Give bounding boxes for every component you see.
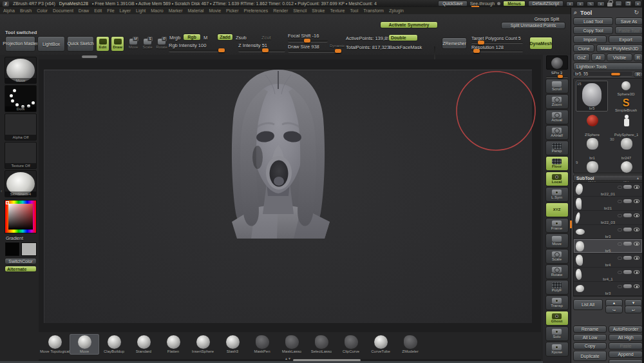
edit-mode-button[interactable]: Edit bbox=[96, 36, 109, 52]
right-shelf-button[interactable]: Transp bbox=[545, 295, 569, 310]
append-button[interactable]: Append bbox=[609, 351, 643, 358]
rgb-button[interactable]: Rgb bbox=[183, 34, 201, 41]
inventory-tool[interactable]: ZSphere bbox=[575, 113, 609, 137]
tray-brush-item[interactable]: InsertSphere bbox=[188, 334, 218, 355]
visibility-eye-icon[interactable] bbox=[634, 228, 639, 231]
render-preview-button[interactable] bbox=[546, 55, 568, 70]
subtool-section-header[interactable]: SubTool ▲ bbox=[573, 175, 643, 181]
menu-item[interactable]: Stroke bbox=[312, 8, 325, 13]
export-button[interactable]: Export bbox=[609, 35, 643, 43]
draw-mode-button[interactable]: Draw bbox=[111, 36, 124, 52]
switch-color-button[interactable]: SwitchColor bbox=[5, 258, 37, 264]
subtool-row[interactable]: br4_1 bbox=[574, 268, 642, 282]
menu-item[interactable]: Movie bbox=[209, 8, 221, 13]
right-shelf-button[interactable]: Scale bbox=[545, 249, 569, 264]
palette-reload-icon[interactable]: ↻ bbox=[634, 9, 639, 15]
menu-item[interactable]: Layer bbox=[120, 8, 131, 13]
clone-button[interactable]: Clone bbox=[573, 44, 594, 52]
secondary-color-swatch[interactable] bbox=[21, 242, 37, 256]
tray-divider-handle[interactable] bbox=[82, 55, 97, 58]
subtool-row[interactable]: br22_01 bbox=[574, 182, 642, 197]
tray-brush-item[interactable]: ClipCurve bbox=[336, 334, 366, 355]
double-sided-button[interactable]: Double bbox=[388, 34, 418, 41]
paste-tool-button[interactable]: Paste Tool bbox=[615, 26, 643, 34]
goz-r-button[interactable]: R bbox=[634, 54, 643, 61]
tray-brush-item[interactable]: CurveTube bbox=[366, 334, 395, 355]
right-shelf-button[interactable]: Move bbox=[545, 233, 569, 248]
menu-item[interactable]: Zplugin bbox=[389, 8, 404, 13]
m-button[interactable]: M bbox=[204, 35, 207, 41]
subtool-row[interactable]: br5 bbox=[574, 239, 642, 253]
right-shelf-button[interactable]: Solo bbox=[545, 326, 569, 341]
visibility-eye-icon[interactable] bbox=[634, 213, 639, 217]
target-polygons-slider[interactable] bbox=[471, 42, 523, 44]
import-button[interactable]: Import bbox=[573, 35, 607, 43]
menu-item[interactable]: Alpha bbox=[3, 8, 15, 13]
tool-r-button[interactable]: R bbox=[634, 72, 643, 77]
groups-split-button[interactable]: Groups Split bbox=[528, 16, 565, 22]
active-tool-slider[interactable]: br5. 55 bbox=[573, 72, 632, 77]
z-intensity-slider[interactable] bbox=[238, 50, 285, 52]
menu-item[interactable]: Material bbox=[187, 8, 204, 13]
menu-item[interactable]: Brush bbox=[20, 8, 32, 13]
rotate-mode-button[interactable]: R Rotate bbox=[155, 36, 168, 52]
menu-item[interactable]: Light bbox=[136, 8, 146, 13]
alternate-button[interactable]: Alternate bbox=[5, 266, 37, 272]
menu-item[interactable]: Stencil bbox=[293, 8, 307, 13]
tray-brush-item[interactable]: Move bbox=[70, 334, 99, 355]
rgb-intensity-slider[interactable] bbox=[169, 50, 225, 52]
tool-palette-header[interactable]: ⌕ Tool bbox=[574, 9, 592, 16]
menu-item[interactable]: Edit bbox=[94, 8, 102, 13]
tray-brush-item[interactable]: ZModeler bbox=[395, 334, 425, 355]
active-tool-thumbnail[interactable]: 15 br5 bbox=[576, 81, 608, 112]
subtool-move-up-icon[interactable]: ↪ bbox=[605, 306, 623, 313]
subtool-row[interactable]: br4 bbox=[574, 253, 642, 268]
right-shelf-button[interactable]: AAHalf bbox=[545, 125, 569, 140]
tray-brush-item[interactable]: MaskPen bbox=[247, 334, 277, 355]
visibility-eye-icon[interactable] bbox=[634, 242, 639, 246]
minimize-button[interactable]: — bbox=[615, 1, 622, 6]
inventory-tool[interactable]: br1 bbox=[575, 137, 609, 160]
focal-shift-slider[interactable] bbox=[288, 40, 328, 43]
close-button[interactable]: × bbox=[634, 1, 641, 6]
rename-button[interactable]: Rename bbox=[573, 326, 607, 333]
lightbox-tools-button[interactable]: Lightbox› Tools bbox=[573, 63, 643, 70]
make-polymesh3d-button[interactable]: Make PolyMesh3D bbox=[596, 44, 643, 52]
tutorial-icon[interactable]: ✎ bbox=[587, 1, 594, 6]
main-color-swatch[interactable] bbox=[5, 242, 19, 256]
gradient-label[interactable]: Gradient bbox=[6, 236, 23, 240]
right-shelf-button[interactable]: Xpose bbox=[545, 342, 569, 357]
divider-collapse-icon[interactable]: ‹ bbox=[1, 189, 2, 193]
duplicate-button[interactable]: Duplicate bbox=[573, 351, 607, 361]
tray-brush-item[interactable]: ClayBuildup bbox=[99, 334, 129, 355]
projection-master-button[interactable]: Projection Master bbox=[5, 36, 35, 52]
draw-size-slider[interactable] bbox=[288, 50, 341, 53]
paste-subtool-button[interactable]: Paste bbox=[609, 342, 643, 349]
goz-button[interactable]: GoZ bbox=[573, 54, 590, 61]
load-tool-button[interactable]: Load Tool bbox=[573, 17, 613, 25]
zadd-button[interactable]: Zadd bbox=[217, 34, 233, 41]
document-viewport[interactable] bbox=[44, 70, 532, 323]
menu-item[interactable]: Draw bbox=[79, 8, 89, 13]
inventory-tool[interactable]: PolySphere_1 bbox=[609, 113, 643, 137]
menus-toggle-button[interactable]: Menus bbox=[503, 1, 526, 6]
subtool-row[interactable]: br21 bbox=[574, 197, 642, 211]
all-high-button[interactable]: All High bbox=[609, 334, 643, 341]
right-shelf-button[interactable]: Ghost bbox=[545, 311, 569, 326]
right-shelf-button[interactable]: Floor bbox=[545, 156, 569, 171]
tray-brush-item[interactable]: Standard bbox=[129, 334, 158, 355]
help-doc-icon[interactable]: ▾ bbox=[597, 1, 605, 6]
right-shelf-button[interactable]: Rotate bbox=[545, 264, 569, 279]
right-shelf-button[interactable]: XYZ bbox=[545, 202, 569, 217]
menu-item[interactable]: Tool bbox=[350, 8, 358, 13]
all-low-button[interactable]: All Low bbox=[573, 334, 607, 341]
inventory-tool[interactable]: Sphere3D bbox=[610, 80, 642, 96]
zscript-play-icon[interactable]: ▾ bbox=[576, 1, 584, 6]
current-brush-thumbnail[interactable]: Move bbox=[5, 57, 37, 84]
lightbox-button[interactable]: LightBox bbox=[37, 36, 65, 52]
tray-brush-item[interactable]: Flatten bbox=[158, 334, 188, 355]
right-shelf-button[interactable]: Scroll bbox=[545, 79, 569, 93]
resolution-slider[interactable] bbox=[471, 50, 523, 52]
visibility-eye-icon[interactable] bbox=[634, 270, 639, 274]
inventory-tool[interactable]: 30 br247 bbox=[609, 137, 643, 160]
